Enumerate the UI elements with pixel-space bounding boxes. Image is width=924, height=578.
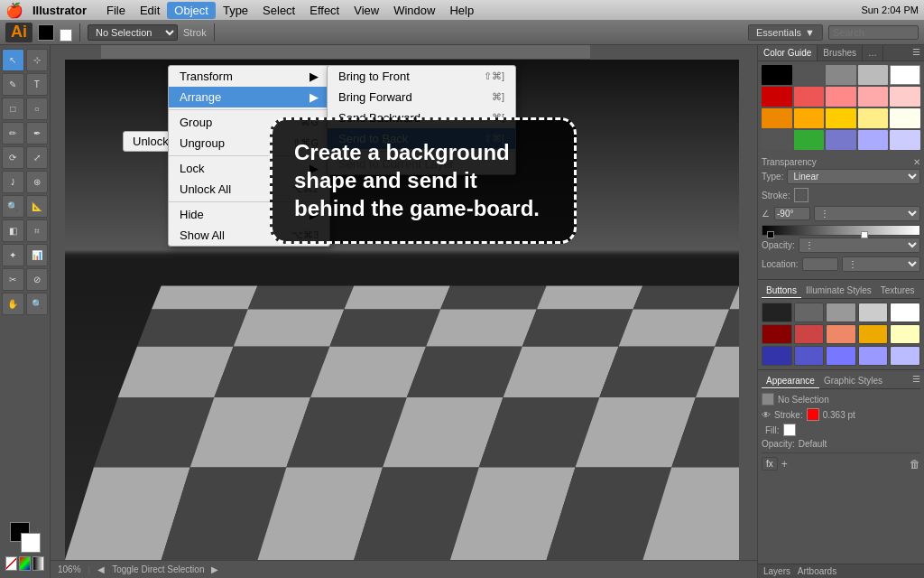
- tab-appearance[interactable]: Appearance: [762, 374, 819, 388]
- tool-symbol[interactable]: ✦: [2, 244, 24, 266]
- btn-swatch-10[interactable]: [890, 324, 920, 344]
- tool-slice[interactable]: ✂: [2, 268, 24, 291]
- none-swatch[interactable]: [5, 556, 17, 571]
- nav-next[interactable]: ▶: [211, 564, 218, 574]
- appearance-fill-row[interactable]: Fill:: [762, 424, 920, 436]
- tool-select[interactable]: ↖: [2, 49, 24, 71]
- swatch-19[interactable]: [858, 130, 889, 150]
- swatch-15[interactable]: [890, 108, 920, 128]
- tab-more[interactable]: …: [863, 45, 883, 61]
- swatch-11[interactable]: [762, 108, 792, 128]
- search-input[interactable]: [828, 25, 919, 40]
- btn-swatch-14[interactable]: [858, 346, 889, 366]
- btn-swatch-3[interactable]: [826, 303, 856, 322]
- menu-item-object[interactable]: Object: [167, 2, 216, 19]
- apple-menu[interactable]: 🍎: [5, 2, 23, 19]
- stroke-color-swatch[interactable]: [807, 408, 819, 421]
- menu-transform[interactable]: Transform ▶: [169, 66, 329, 87]
- menu-item-edit[interactable]: Edit: [133, 2, 167, 19]
- btn-swatch-12[interactable]: [794, 346, 825, 366]
- swatch-1[interactable]: [762, 65, 792, 85]
- tool-blend[interactable]: ⊛: [26, 171, 49, 193]
- gradient-handle-right[interactable]: [861, 231, 868, 238]
- tool-eyedropper[interactable]: 🔍: [2, 195, 24, 218]
- swatch-20[interactable]: [890, 130, 920, 150]
- swatch-16[interactable]: [762, 130, 792, 150]
- btn-swatch-8[interactable]: [826, 324, 856, 344]
- nav-prev[interactable]: ◀: [97, 564, 105, 574]
- menu-item-type[interactable]: Type: [216, 2, 255, 19]
- btn-swatch-4[interactable]: [858, 303, 889, 322]
- swatch-13[interactable]: [826, 108, 856, 128]
- btn-swatch-7[interactable]: [794, 324, 825, 344]
- stroke-swatch[interactable]: [21, 533, 41, 553]
- swatch-5[interactable]: [890, 65, 920, 85]
- location-select[interactable]: ⋮: [842, 256, 920, 272]
- gradient-handle-left[interactable]: [767, 231, 774, 238]
- menu-arrange[interactable]: Arrange ▶: [169, 87, 329, 107]
- gradient-type-select[interactable]: Linear: [787, 169, 920, 184]
- btn-swatch-9[interactable]: [858, 324, 889, 344]
- swatch-2[interactable]: [794, 65, 825, 85]
- btn-swatch-6[interactable]: [762, 324, 792, 344]
- appearance-stroke-row[interactable]: 👁 Stroke: 0.363 pt: [762, 408, 920, 421]
- tool-type[interactable]: T: [26, 73, 49, 96]
- tab-brushes[interactable]: Brushes: [818, 45, 863, 61]
- gradient-swatch[interactable]: [32, 556, 44, 571]
- menu-bring-forward[interactable]: Bring Forward ⌘]: [328, 87, 515, 107]
- tool-hand[interactable]: ✋: [2, 293, 24, 315]
- menu-item-effect[interactable]: Effect: [302, 2, 346, 19]
- tool-brush[interactable]: ✏: [2, 122, 24, 144]
- tool-pen[interactable]: ✎: [2, 73, 24, 96]
- tab-illuminate[interactable]: Illuminate Styles: [801, 284, 876, 298]
- angle-input[interactable]: [774, 207, 810, 220]
- tool-column[interactable]: 📊: [26, 244, 49, 266]
- swatch-12[interactable]: [794, 108, 825, 128]
- opacity-select[interactable]: ⋮: [799, 238, 920, 253]
- swatch-8[interactable]: [826, 87, 856, 107]
- menu-item-view[interactable]: View: [346, 2, 386, 19]
- layers-tab[interactable]: Layers Artboards: [758, 564, 924, 578]
- tool-gradient[interactable]: ◧: [2, 219, 24, 242]
- tool-warp[interactable]: ⤸: [2, 171, 24, 193]
- selection-dropdown[interactable]: No Selection: [88, 24, 178, 41]
- tool-eraser[interactable]: ⊘: [26, 268, 49, 291]
- eye-icon[interactable]: 👁: [762, 410, 771, 420]
- tool-scale[interactable]: ⤢: [26, 146, 49, 169]
- essentials-button[interactable]: Essentials ▼: [748, 24, 823, 41]
- btn-swatch-2[interactable]: [794, 303, 825, 322]
- tab-buttons[interactable]: Buttons: [762, 284, 801, 298]
- panel-options[interactable]: ☰: [909, 45, 924, 61]
- tab-color-guide[interactable]: Color Guide: [758, 45, 818, 61]
- fill-color-swatch[interactable]: [783, 424, 796, 436]
- swatch-9[interactable]: [858, 87, 889, 107]
- btn-swatch-13[interactable]: [826, 346, 856, 366]
- tool-mesh[interactable]: ⌗: [26, 219, 49, 242]
- stroke-swatch-gradient[interactable]: [794, 188, 808, 202]
- panel-close[interactable]: ✕: [913, 157, 920, 167]
- add-effect-button[interactable]: +: [781, 458, 788, 471]
- swatch-14[interactable]: [858, 108, 889, 128]
- gradient-bar[interactable]: [762, 225, 920, 236]
- swatch-17[interactable]: [794, 130, 825, 150]
- menu-bring-to-front[interactable]: Bring to Front ⇧⌘]: [328, 66, 515, 87]
- menu-item-help[interactable]: Help: [442, 2, 481, 19]
- delete-effect-button[interactable]: 🗑: [910, 458, 920, 471]
- tool-measure[interactable]: 📐: [26, 195, 49, 218]
- swatch-18[interactable]: [826, 130, 856, 150]
- tool-ellipse[interactable]: ○: [26, 98, 49, 120]
- swatch-7[interactable]: [794, 87, 825, 107]
- btn-swatch-15[interactable]: [890, 346, 920, 366]
- tab-graphic-styles[interactable]: Graphic Styles: [819, 374, 887, 388]
- tool-rotate[interactable]: ⟳: [2, 146, 24, 169]
- swatch-4[interactable]: [858, 65, 889, 85]
- appearance-options[interactable]: ☰: [912, 374, 920, 388]
- tool-rect[interactable]: □: [2, 98, 24, 120]
- btn-swatch-5[interactable]: [890, 303, 920, 322]
- swatch-6[interactable]: [762, 87, 792, 107]
- menu-item-select[interactable]: Select: [255, 2, 302, 19]
- btn-swatch-1[interactable]: [762, 303, 792, 322]
- color-swatch[interactable]: [19, 556, 31, 571]
- tool-pencil[interactable]: ✒: [26, 122, 49, 144]
- tab-textures[interactable]: Textures: [876, 284, 919, 298]
